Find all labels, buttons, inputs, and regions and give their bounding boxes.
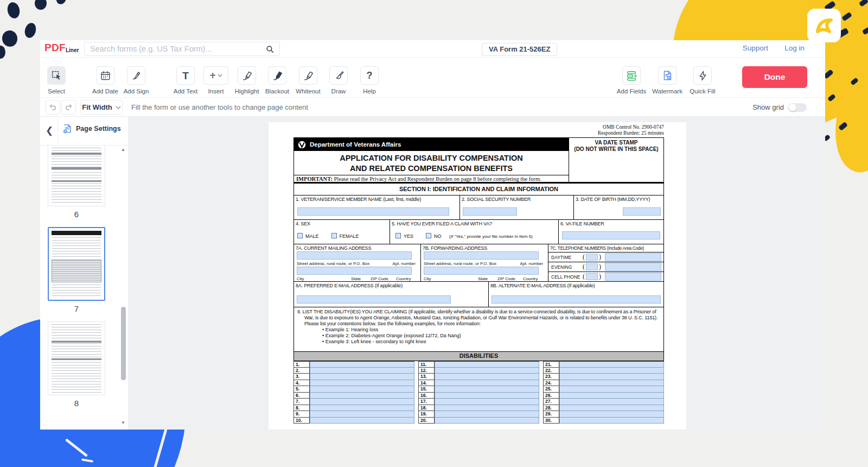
page-thumbnail-6[interactable] bbox=[48, 146, 105, 206]
sidebar-top-bar: ❮ Page Settings bbox=[40, 117, 128, 146]
zip-caption: ZIP Code bbox=[497, 276, 515, 281]
disability-input-11[interactable] bbox=[435, 361, 539, 368]
table-gap bbox=[414, 374, 418, 380]
support-link[interactable]: Support bbox=[743, 44, 768, 52]
toolbar-add-date-button[interactable]: Add Date bbox=[90, 66, 120, 94]
disability-number: 25. bbox=[543, 386, 559, 393]
disability-input-27[interactable] bbox=[559, 399, 664, 405]
toolbar-quick-fill-button[interactable]: Quick Fill bbox=[687, 66, 718, 94]
pdfliner-logo[interactable]: PDFLiner bbox=[44, 42, 79, 54]
disability-input-12[interactable] bbox=[435, 368, 539, 374]
disability-number: 16. bbox=[418, 393, 435, 399]
disability-input-4[interactable] bbox=[310, 380, 414, 387]
toolbar-insert-label: Insert bbox=[201, 88, 231, 94]
disability-input-13[interactable] bbox=[435, 374, 539, 380]
thumbs-scrollbar[interactable] bbox=[121, 307, 126, 380]
page-number-8: 8 bbox=[48, 399, 105, 411]
disability-input-18[interactable] bbox=[435, 405, 539, 412]
disability-number: 4. bbox=[293, 380, 310, 387]
forwarding-city-input[interactable] bbox=[424, 267, 539, 275]
toolbar: SelectAdd DateAdd SignTAdd Text+InsertHi… bbox=[40, 58, 825, 98]
disability-input-24[interactable] bbox=[559, 380, 664, 387]
forwarding-street-input[interactable] bbox=[424, 251, 539, 260]
veteran-name-input[interactable] bbox=[297, 207, 449, 216]
disability-input-9[interactable] bbox=[310, 411, 414, 418]
toolbar-draw-button[interactable]: Draw bbox=[323, 66, 354, 94]
phone-label: EVENING bbox=[551, 264, 582, 270]
disability-input-30[interactable] bbox=[559, 418, 664, 424]
disabilities-header: DISABILITIES bbox=[293, 352, 664, 361]
disability-input-25[interactable] bbox=[559, 386, 664, 393]
preferred-email-input[interactable] bbox=[297, 295, 451, 304]
search-icon[interactable] bbox=[265, 45, 275, 56]
area-code-input[interactable] bbox=[586, 273, 598, 280]
disability-input-26[interactable] bbox=[559, 393, 664, 399]
login-link[interactable]: Log in bbox=[784, 44, 805, 52]
phone-number-input[interactable] bbox=[605, 263, 661, 271]
area-code-input[interactable] bbox=[586, 263, 598, 270]
toolbar-highlight-button[interactable]: Highlight bbox=[232, 66, 262, 94]
disability-input-23[interactable] bbox=[559, 374, 664, 380]
show-grid-toggle[interactable] bbox=[788, 103, 807, 112]
zoom-mode-dropdown[interactable]: Fit Width bbox=[80, 100, 123, 115]
disability-input-5[interactable] bbox=[310, 386, 414, 393]
disability-input-16[interactable] bbox=[435, 393, 539, 399]
phone-number-input[interactable] bbox=[605, 253, 661, 261]
disability-number: 3. bbox=[293, 374, 310, 380]
female-checkbox[interactable] bbox=[331, 233, 337, 238]
collapse-sidebar-icon[interactable]: ❮ bbox=[46, 125, 53, 136]
mailing-street-input[interactable] bbox=[297, 251, 412, 260]
disability-input-7[interactable] bbox=[310, 399, 414, 405]
disability-input-2[interactable] bbox=[310, 368, 414, 374]
toolbar-add-text-button[interactable]: TAdd Text bbox=[170, 66, 201, 94]
toolbar-whiteout-button[interactable]: Whiteout bbox=[293, 66, 323, 94]
area-code-input[interactable] bbox=[586, 254, 598, 261]
no-checkbox[interactable] bbox=[426, 233, 431, 238]
thumbs-scroll-up-icon[interactable]: ▲ bbox=[121, 147, 125, 152]
page-thumbnail-7[interactable] bbox=[48, 227, 105, 301]
disability-input-17[interactable] bbox=[435, 399, 539, 405]
page-number-6: 6 bbox=[48, 210, 105, 222]
page-thumbnail-8[interactable] bbox=[48, 321, 105, 395]
disability-input-3[interactable] bbox=[310, 374, 414, 380]
disability-input-15[interactable] bbox=[435, 386, 539, 393]
ssn-input[interactable] bbox=[463, 207, 517, 216]
disability-input-20[interactable] bbox=[435, 418, 539, 424]
toolbar-blackout-button[interactable]: Blackout bbox=[262, 66, 292, 94]
redo-button[interactable] bbox=[61, 100, 76, 115]
thumbs-scroll-down-icon[interactable]: ▼ bbox=[121, 420, 125, 425]
toolbar-add-fields-button[interactable]: Add Fields bbox=[616, 66, 647, 94]
disability-input-28[interactable] bbox=[559, 405, 664, 412]
table-gap bbox=[414, 411, 418, 418]
toolbar-select-button[interactable]: Select bbox=[41, 66, 72, 94]
disability-input-29[interactable] bbox=[559, 411, 664, 418]
search-input[interactable] bbox=[90, 42, 264, 55]
page-settings-button[interactable]: Page Settings bbox=[62, 123, 121, 134]
phone-label: DAYTIME bbox=[551, 255, 582, 260]
done-button[interactable]: Done bbox=[742, 66, 807, 88]
toolbar-insert-button[interactable]: +Insert bbox=[201, 66, 231, 94]
draw-icon bbox=[333, 70, 344, 81]
disability-number: 14. bbox=[418, 380, 435, 387]
disability-input-19[interactable] bbox=[435, 411, 539, 418]
toolbar-help-button[interactable]: ?Help bbox=[354, 66, 385, 94]
toolbar-add-sign-button[interactable]: Add Sign bbox=[121, 66, 151, 94]
disability-input-10[interactable] bbox=[310, 418, 414, 424]
phone-number-input[interactable] bbox=[605, 273, 661, 281]
alternate-email-input[interactable] bbox=[492, 295, 661, 304]
disability-input-21[interactable] bbox=[559, 361, 664, 368]
male-checkbox[interactable] bbox=[297, 233, 303, 238]
field8a-label: 8A. PREFERRED E-MAIL ADDRESS (If applica… bbox=[296, 283, 403, 288]
dob-input[interactable] bbox=[623, 207, 661, 216]
yes-checkbox[interactable] bbox=[395, 233, 401, 238]
disability-input-22[interactable] bbox=[559, 368, 664, 374]
disability-input-14[interactable] bbox=[435, 380, 539, 387]
undo-button[interactable] bbox=[46, 100, 60, 115]
disability-input-8[interactable] bbox=[310, 405, 414, 412]
disability-input-6[interactable] bbox=[310, 393, 414, 399]
va-file-number-input[interactable] bbox=[562, 231, 660, 239]
mailing-city-input[interactable] bbox=[297, 267, 412, 275]
toolbar-watermark-button[interactable]: Watermark bbox=[652, 66, 682, 94]
disability-number: 18. bbox=[418, 405, 435, 412]
disability-input-1[interactable] bbox=[310, 361, 414, 368]
